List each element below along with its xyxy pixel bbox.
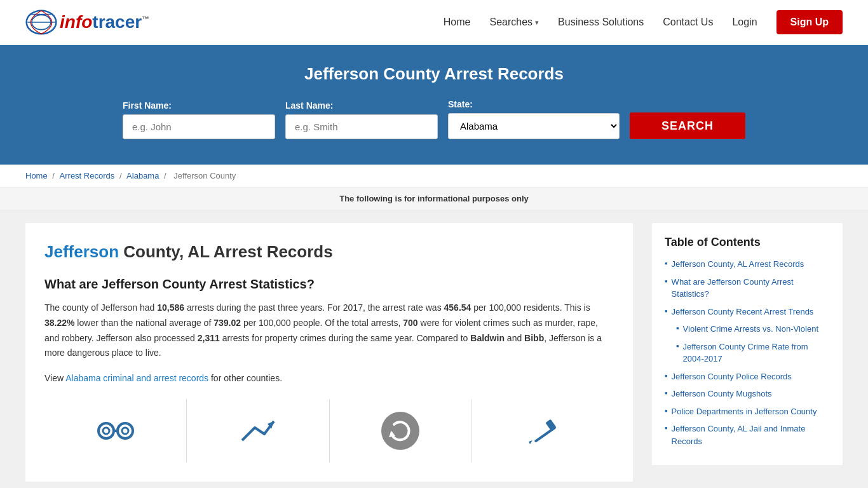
section1-body: The county of Jefferson had 10,586 arres…	[44, 301, 614, 361]
nav-login[interactable]: Login	[732, 17, 757, 28]
breadcrumb-jefferson-county: Jefferson County	[173, 171, 236, 180]
handcuffs-icon	[97, 412, 135, 450]
toc-box: Table of Contents Jefferson County, AL A…	[652, 223, 843, 465]
toc-item-9: Jefferson County, AL Jail and Inmate Rec…	[665, 423, 830, 447]
search-button[interactable]: SEARCH	[630, 112, 745, 139]
pen-icon	[524, 412, 562, 450]
nav-searches-wrapper[interactable]: Searches ▾	[489, 17, 539, 28]
toc-item-7: Jefferson County Mugshots	[665, 388, 830, 400]
toc-item-6: Jefferson County Police Records	[665, 370, 830, 383]
state-group: State: Alabama	[448, 99, 620, 139]
sidebar: Table of Contents Jefferson County, AL A…	[652, 223, 843, 482]
svg-point-5	[118, 423, 133, 438]
toc-link-8[interactable]: Police Departments in Jefferson County	[672, 405, 817, 418]
breadcrumb-home[interactable]: Home	[25, 171, 48, 180]
hero-title: Jefferson County Arrest Records	[25, 64, 843, 84]
logo-tm: ™	[142, 15, 149, 24]
stat-national-avg: 739.02	[214, 318, 241, 328]
first-name-group: First Name:	[123, 100, 275, 139]
signup-button[interactable]: Sign Up	[776, 10, 843, 34]
article: Jefferson County, AL Arrest Records What…	[25, 223, 633, 482]
toc-item-4: Violent Crime Arrests vs. Non-Violent	[665, 323, 830, 336]
icons-row	[44, 399, 614, 463]
svg-point-7	[103, 428, 109, 434]
view-suffix: for other counties.	[208, 373, 282, 383]
breadcrumb-sep-2: /	[119, 171, 124, 180]
first-name-label: First Name:	[123, 100, 172, 111]
logo-icon	[25, 6, 57, 38]
last-name-input[interactable]	[285, 114, 438, 139]
nav-home[interactable]: Home	[444, 17, 471, 28]
chevron-down-icon: ▾	[535, 18, 539, 27]
stat-county1: Baldwin	[470, 333, 505, 343]
last-name-label: Last Name:	[285, 100, 333, 111]
view-text: View	[44, 373, 65, 383]
article-heading: Jefferson County, AL Arrest Records	[44, 242, 614, 262]
section1-title: What are Jefferson County Arrest Statist…	[44, 277, 614, 292]
icon-cell-pen	[472, 399, 614, 463]
breadcrumb-alabama[interactable]: Alabama	[126, 171, 159, 180]
stat-arrests: 10,586	[157, 302, 184, 313]
toc-item-1: Jefferson County, AL Arrest Records	[665, 258, 830, 271]
stat-county2: Bibb	[524, 333, 544, 343]
toc-item-2: What are Jefferson County Arrest Statist…	[665, 276, 830, 301]
stat-property: 2,311	[198, 333, 220, 343]
stat-lower-pct: 38.22%	[44, 318, 74, 328]
toc-item-3: Jefferson County Recent Arrest Trends	[665, 306, 830, 318]
search-form: First Name: Last Name: State: Alabama SE…	[25, 99, 843, 139]
toc-link-3[interactable]: Jefferson County Recent Arrest Trends	[672, 306, 814, 318]
toc-link-2[interactable]: What are Jefferson County Arrest Statist…	[672, 276, 830, 301]
last-name-group: Last Name:	[285, 100, 438, 139]
nav-business-solutions[interactable]: Business Solutions	[558, 17, 644, 28]
view-records-para: View Alabama criminal and arrest records…	[44, 371, 614, 386]
logo-info-text: info	[60, 12, 92, 32]
toc-item-5: Jefferson County Crime Rate from 2004-20…	[665, 341, 830, 365]
refresh-icon	[381, 412, 419, 450]
info-banner: The following is for informational purpo…	[0, 187, 868, 210]
stat-rate: 456.54	[444, 302, 471, 313]
first-name-input[interactable]	[123, 114, 275, 139]
breadcrumb: Home / Arrest Records / Alabama / Jeffer…	[0, 165, 868, 187]
svg-point-4	[98, 423, 114, 438]
svg-point-10	[383, 413, 418, 449]
article-heading-rest: County, AL Arrest Records	[119, 242, 333, 261]
breadcrumb-sep-3: /	[164, 171, 168, 180]
view-records-link[interactable]: Alabama criminal and arrest records	[65, 373, 208, 383]
toc-link-4[interactable]: Violent Crime Arrests vs. Non-Violent	[683, 323, 818, 336]
state-select[interactable]: Alabama	[448, 113, 620, 139]
icon-cell-circle-arrow	[330, 399, 472, 463]
stat-violent: 700	[403, 318, 417, 328]
breadcrumb-sep-1: /	[52, 171, 57, 180]
icon-cell-handcuffs	[44, 399, 187, 463]
toc-item-8: Police Departments in Jefferson County	[665, 405, 830, 418]
icon-cell-arrow	[187, 399, 329, 463]
trend-arrow-icon	[239, 412, 277, 450]
main-nav: Home Searches ▾ Business Solutions Conta…	[444, 10, 843, 34]
logo[interactable]: infotracer™	[25, 6, 149, 38]
nav-contact-us[interactable]: Contact Us	[663, 17, 713, 28]
toc-list: Jefferson County, AL Arrest Records What…	[665, 258, 830, 447]
toc-link-1[interactable]: Jefferson County, AL Arrest Records	[672, 258, 804, 271]
toc-link-9[interactable]: Jefferson County, AL Jail and Inmate Rec…	[672, 423, 830, 447]
toc-link-5[interactable]: Jefferson County Crime Rate from 2004-20…	[683, 341, 830, 365]
header: infotracer™ Home Searches ▾ Business Sol…	[0, 0, 868, 45]
breadcrumb-arrest-records[interactable]: Arrest Records	[60, 171, 115, 180]
article-heading-highlight: Jefferson	[44, 242, 119, 261]
state-label: State:	[448, 99, 473, 109]
svg-marker-13	[529, 440, 532, 444]
logo-tracer-text: tracer	[92, 12, 142, 32]
toc-link-6[interactable]: Jefferson County Police Records	[672, 370, 792, 383]
svg-point-8	[122, 428, 128, 434]
hero-section: Jefferson County Arrest Records First Na…	[0, 45, 868, 165]
nav-searches[interactable]: Searches	[489, 17, 532, 28]
main-container: Jefferson County, AL Arrest Records What…	[0, 210, 868, 488]
toc-link-7[interactable]: Jefferson County Mugshots	[672, 388, 772, 400]
toc-title: Table of Contents	[665, 236, 830, 249]
